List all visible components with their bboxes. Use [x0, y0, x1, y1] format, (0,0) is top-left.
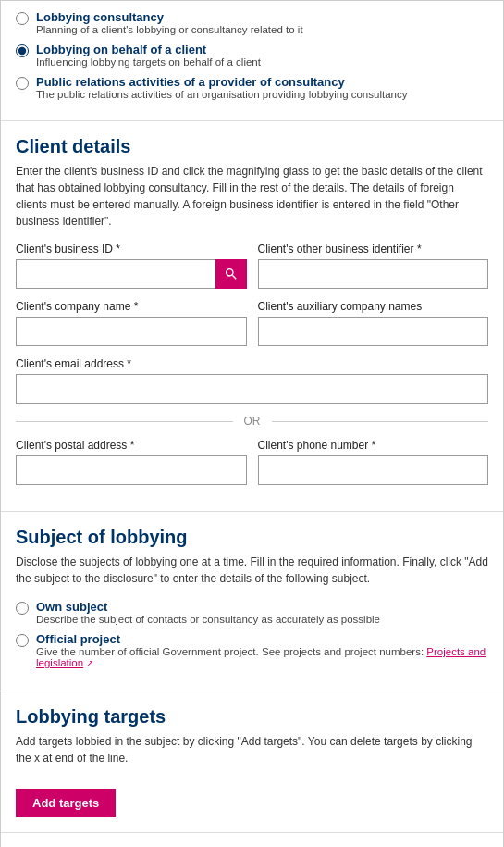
- company-name-input[interactable]: [16, 317, 247, 346]
- radio-behalf-desc: Influencing lobbying targets on behalf o…: [36, 56, 261, 68]
- or-divider: OR: [16, 415, 488, 428]
- or-text: OR: [244, 415, 261, 428]
- official-project-desc: Give the number of official Government p…: [36, 646, 488, 668]
- radio-behalf[interactable]: [16, 44, 29, 57]
- business-id-input[interactable]: [16, 259, 215, 289]
- add-targets-button[interactable]: Add targets: [16, 789, 116, 817]
- phone-input[interactable]: [258, 455, 489, 485]
- targets-heading: Lobbying targets: [16, 706, 488, 728]
- other-id-label: Client's other business identifier *: [258, 243, 489, 255]
- client-details-description: Enter the client's business ID and click…: [16, 163, 488, 230]
- form-group-company-name: Client's company name *: [16, 300, 247, 346]
- own-subject-label[interactable]: Own subject: [36, 600, 380, 614]
- postal-label: Client's postal address *: [16, 439, 247, 452]
- targets-description: Add targets lobbied in the subject by cl…: [16, 733, 488, 766]
- email-label: Client's email address *: [16, 357, 488, 370]
- form-group-business-id: Client's business ID *: [16, 243, 247, 289]
- form-group-email: Client's email address *: [16, 357, 488, 404]
- search-button[interactable]: [215, 259, 247, 289]
- aux-names-input[interactable]: [258, 317, 489, 346]
- subject-section: Subject of lobbying Disclose the subject…: [1, 512, 503, 691]
- targets-section: Lobbying targets Add targets lobbied in …: [1, 691, 503, 833]
- radio-item-behalf: Lobbying on behalf of a client Influenci…: [16, 43, 488, 68]
- client-details-heading: Client details: [16, 136, 488, 157]
- form-group-other-id: Client's other business identifier *: [258, 243, 489, 289]
- radio-item-pr: Public relations activities of a provide…: [16, 75, 488, 100]
- subject-description: Disclose the subjects of lobbying one at…: [16, 554, 488, 587]
- postal-input[interactable]: [16, 455, 247, 485]
- radio-own-subject[interactable]: [16, 602, 29, 615]
- business-id-input-group: [16, 259, 247, 289]
- aux-names-label: Client's auxiliary company names: [258, 300, 489, 313]
- form-row-postal-phone: Client's postal address * Client's phone…: [16, 439, 488, 485]
- radio-section: Lobbying consultancy Planning of a clien…: [1, 1, 503, 121]
- radio-pr-desc: The public relations activities of an or…: [36, 89, 407, 100]
- form-group-postal: Client's postal address *: [16, 439, 247, 485]
- radio-consultancy-label[interactable]: Lobbying consultancy: [36, 10, 303, 24]
- radio-item-official-project: Official project Give the number of offi…: [16, 632, 488, 668]
- form-row-business-ids: Client's business ID * Client's other bu…: [16, 243, 488, 289]
- email-input[interactable]: [16, 374, 488, 404]
- business-id-label: Client's business ID *: [16, 243, 247, 255]
- search-icon: [224, 267, 239, 281]
- other-id-input[interactable]: [258, 259, 489, 289]
- form-row-email: Client's email address *: [16, 357, 488, 404]
- form-group-aux-names: Client's auxiliary company names: [258, 300, 489, 346]
- company-name-label: Client's company name *: [16, 300, 247, 313]
- footer-buttons: Exit without saving Add the subject to t…: [1, 833, 503, 847]
- subject-heading: Subject of lobbying: [16, 527, 488, 548]
- radio-pr[interactable]: [16, 77, 29, 90]
- radio-official-project[interactable]: [16, 634, 29, 647]
- radio-behalf-label[interactable]: Lobbying on behalf of a client: [36, 43, 261, 56]
- page-wrapper: Lobbying consultancy Planning of a clien…: [1, 1, 503, 847]
- radio-consultancy[interactable]: [16, 12, 29, 25]
- external-link-icon: ↗: [86, 658, 93, 668]
- radio-consultancy-desc: Planning of a client's lobbying or consu…: [36, 24, 303, 35]
- official-project-label[interactable]: Official project: [36, 632, 488, 646]
- radio-item-own-subject: Own subject Describe the subject of cont…: [16, 600, 488, 625]
- radio-pr-label[interactable]: Public relations activities of a provide…: [36, 75, 407, 89]
- form-group-phone: Client's phone number *: [258, 439, 489, 485]
- radio-item-consultancy: Lobbying consultancy Planning of a clien…: [16, 10, 488, 35]
- form-row-company-names: Client's company name * Client's auxilia…: [16, 300, 488, 346]
- phone-label: Client's phone number *: [258, 439, 489, 452]
- client-details-section: Client details Enter the client's busine…: [1, 121, 503, 512]
- own-subject-desc: Describe the subject of contacts or cons…: [36, 614, 380, 625]
